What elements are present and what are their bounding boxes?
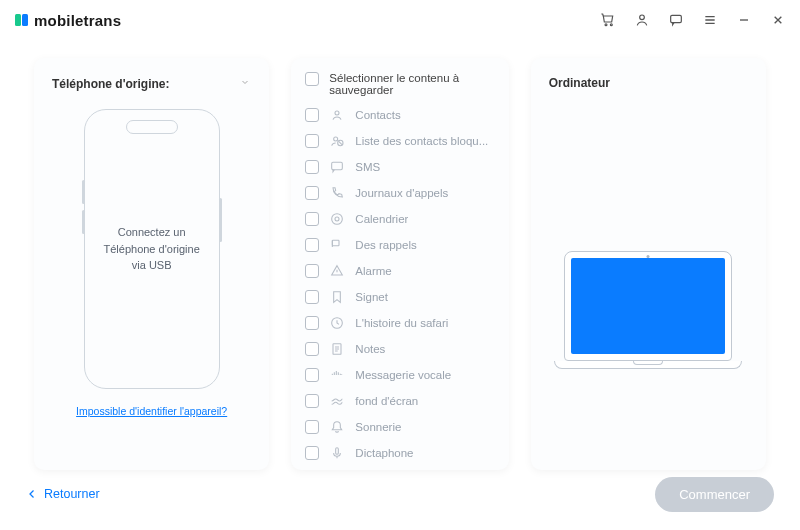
content-checkbox[interactable] — [305, 420, 319, 434]
history-icon — [329, 315, 345, 331]
select-all-checkbox[interactable] — [305, 72, 319, 86]
voice-memo-icon — [329, 445, 345, 461]
target-device-card: Ordinateur — [531, 58, 766, 470]
content-row[interactable]: Sonnerie — [305, 414, 496, 440]
svg-rect-1 — [22, 14, 28, 26]
content-checkbox[interactable] — [305, 212, 319, 226]
content-label: SMS — [355, 161, 380, 173]
content-label: Notes — [355, 343, 385, 355]
content-row[interactable]: Dictaphone — [305, 440, 496, 462]
call-log-icon — [329, 185, 345, 201]
menu-icon[interactable] — [702, 12, 718, 28]
titlebar: mobiletrans — [0, 0, 800, 40]
source-title: Téléphone d'origine: — [52, 77, 170, 91]
content-label: Contacts — [355, 109, 400, 121]
content-row[interactable]: Messagerie vocale — [305, 362, 496, 388]
content-label: L'histoire du safari — [355, 317, 448, 329]
user-icon[interactable] — [634, 12, 650, 28]
svg-point-4 — [640, 15, 645, 20]
alarm-icon — [329, 263, 345, 279]
content-label: Sonnerie — [355, 421, 401, 433]
content-checkbox[interactable] — [305, 264, 319, 278]
content-row[interactable]: Alarme — [305, 258, 496, 284]
content-checkbox[interactable] — [305, 160, 319, 174]
main-panels: Téléphone d'origine: Connectez un Téléph… — [0, 40, 800, 470]
content-checkbox[interactable] — [305, 186, 319, 200]
svg-point-2 — [605, 24, 607, 26]
content-label: Liste des contacts bloqu... — [355, 135, 488, 147]
content-row[interactable]: Des rappels — [305, 232, 496, 258]
ringtone-icon — [329, 419, 345, 435]
content-checkbox[interactable] — [305, 368, 319, 382]
svg-rect-12 — [333, 240, 340, 245]
content-label: Journaux d'appels — [355, 187, 448, 199]
source-device-card: Téléphone d'origine: Connectez un Téléph… — [34, 58, 269, 470]
calendar-icon — [329, 211, 345, 227]
content-label: Dictaphone — [355, 447, 413, 459]
connect-instructions: Connectez un Téléphone d'origine via USB — [104, 224, 200, 274]
content-checkbox[interactable] — [305, 342, 319, 356]
content-label: Des rappels — [355, 239, 416, 251]
content-label: Alarme — [355, 265, 391, 277]
sms-icon — [329, 159, 345, 175]
back-label: Retourner — [44, 487, 100, 501]
source-card-header[interactable]: Téléphone d'origine: — [52, 76, 251, 91]
content-row[interactable]: fond d'écran — [305, 388, 496, 414]
target-title: Ordinateur — [549, 76, 610, 90]
bookmark-icon — [329, 289, 345, 305]
content-checkbox[interactable] — [305, 446, 319, 460]
content-checkbox[interactable] — [305, 316, 319, 330]
content-row[interactable]: Calendrier — [305, 206, 496, 232]
contacts-icon — [329, 107, 345, 123]
footer-bar: Retourner Commencer — [0, 470, 800, 518]
svg-point-7 — [334, 137, 338, 141]
svg-point-6 — [335, 111, 339, 115]
svg-rect-0 — [15, 14, 21, 26]
content-list[interactable]: ContactsListe des contacts bloqu...SMSJo… — [305, 102, 504, 462]
content-row[interactable]: Signet — [305, 284, 496, 310]
logo-mark-icon — [14, 12, 30, 28]
content-row[interactable]: Notes — [305, 336, 496, 362]
svg-rect-15 — [336, 448, 339, 455]
voicemail-icon — [329, 367, 345, 383]
content-row[interactable]: Contacts — [305, 102, 496, 128]
phone-placeholder: Connectez un Téléphone d'origine via USB — [84, 109, 220, 389]
select-all-row[interactable]: Sélectionner le contenu à sauvegarder — [305, 72, 504, 96]
content-label: Messagerie vocale — [355, 369, 451, 381]
svg-point-3 — [610, 24, 612, 26]
content-row[interactable]: Liste des contacts bloqu... — [305, 128, 496, 154]
titlebar-actions — [600, 12, 786, 28]
laptop-illustration — [564, 251, 732, 369]
content-checkbox[interactable] — [305, 108, 319, 122]
content-label: Calendrier — [355, 213, 408, 225]
back-button[interactable]: Retourner — [26, 487, 100, 501]
chevron-down-icon — [239, 76, 251, 91]
svg-rect-9 — [332, 162, 343, 169]
content-row[interactable]: Journaux d'appels — [305, 180, 496, 206]
content-row[interactable]: L'histoire du safari — [305, 310, 496, 336]
content-checkbox[interactable] — [305, 238, 319, 252]
content-row[interactable]: SMS — [305, 154, 496, 180]
content-checkbox[interactable] — [305, 290, 319, 304]
chevron-left-icon — [26, 488, 38, 500]
start-button[interactable]: Commencer — [655, 477, 774, 512]
app-logo: mobiletrans — [14, 12, 121, 29]
content-checkbox[interactable] — [305, 134, 319, 148]
minimize-icon[interactable] — [736, 12, 752, 28]
wallpaper-icon — [329, 393, 345, 409]
troubleshoot-link[interactable]: Impossible d'identifier l'appareil? — [76, 405, 227, 417]
blocked-contacts-icon — [329, 133, 345, 149]
content-label: fond d'écran — [355, 395, 418, 407]
close-icon[interactable] — [770, 12, 786, 28]
select-all-label: Sélectionner le contenu à sauvegarder — [329, 72, 459, 96]
svg-point-11 — [335, 217, 339, 221]
content-selection-card: Sélectionner le contenu à sauvegarder Co… — [291, 58, 508, 470]
cart-icon[interactable] — [600, 12, 616, 28]
content-checkbox[interactable] — [305, 394, 319, 408]
notes-icon — [329, 341, 345, 357]
feedback-icon[interactable] — [668, 12, 684, 28]
svg-rect-5 — [671, 15, 682, 22]
content-label: Signet — [355, 291, 388, 303]
reminders-icon — [329, 237, 345, 253]
svg-point-10 — [332, 214, 343, 225]
